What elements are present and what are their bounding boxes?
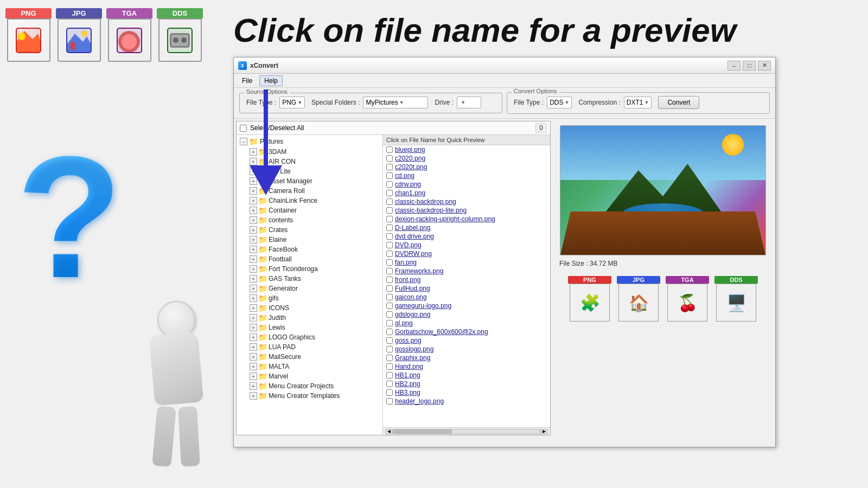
file-checkbox[interactable] [386, 172, 393, 179]
tree-expander[interactable]: + [250, 363, 257, 370]
file-name[interactable]: Gorbatschow_600x600@2x.png [395, 328, 488, 336]
tree-item[interactable]: + 📁 gifs [248, 293, 380, 303]
list-item[interactable]: Gorbatschow_600x600@2x.png [383, 328, 550, 336]
tree-item[interactable]: + 📁 LUA PAD [248, 342, 380, 352]
file-name[interactable]: D-Label.png [395, 224, 430, 232]
tree-expander[interactable]: + [250, 255, 257, 263]
file-name[interactable]: gl.png [395, 319, 413, 327]
tree-expander[interactable]: + [250, 343, 257, 351]
file-checkbox[interactable] [386, 329, 393, 335]
tree-item[interactable]: + 📁 MailSecure [248, 352, 380, 362]
file-checkbox[interactable] [386, 251, 393, 257]
window-controls[interactable]: – □ ✕ [727, 61, 771, 70]
tree-panel[interactable]: – 📁 Pictures + 📁 3DAM + 📁 AIR CON + 📁 AM… [237, 135, 383, 435]
file-checkbox[interactable] [386, 233, 393, 240]
file-name[interactable]: goss.png [395, 337, 422, 344]
tree-expander[interactable]: + [250, 168, 257, 175]
tree-expander[interactable]: + [250, 275, 257, 282]
tree-expander[interactable]: + [250, 382, 257, 390]
file-checkbox[interactable] [386, 398, 393, 404]
file-checkbox[interactable] [386, 294, 393, 300]
tree-expander[interactable]: + [250, 207, 257, 214]
list-item[interactable]: HB2.png [383, 380, 550, 388]
file-checkbox[interactable] [386, 303, 393, 309]
list-item[interactable]: gameguru-logo.png [383, 301, 550, 310]
tree-expander[interactable]: + [250, 373, 257, 380]
tree-item[interactable]: + 📁 GAS Tanks [248, 274, 380, 284]
list-item[interactable]: bluepi.png [383, 145, 550, 154]
list-item[interactable]: gl.png [383, 319, 550, 328]
tree-item[interactable]: + 📁 AM Lite [248, 166, 380, 176]
tree-expander[interactable]: + [250, 216, 257, 224]
tree-expander[interactable]: + [250, 265, 257, 273]
menu-file[interactable]: File [237, 75, 257, 86]
file-name[interactable]: c2020.png [395, 155, 425, 162]
tree-item[interactable]: + 📁 Judith [248, 313, 380, 323]
tree-item[interactable]: + 📁 ICONS [248, 303, 380, 313]
list-item[interactable]: chan1.png [383, 189, 550, 197]
file-name[interactable]: Frameworks.png [395, 267, 443, 275]
file-name[interactable]: HB3.png [395, 389, 420, 396]
file-checkbox[interactable] [386, 155, 393, 162]
list-item[interactable]: D-Label.png [383, 223, 550, 232]
hscroll-right-btn[interactable]: ▶ [540, 429, 548, 434]
list-item[interactable]: c2020.png [383, 154, 550, 163]
file-name[interactable]: chan1.png [395, 189, 425, 197]
maximize-button[interactable]: □ [743, 61, 756, 70]
file-checkbox[interactable] [386, 320, 393, 326]
tree-expander[interactable]: + [250, 158, 257, 165]
list-item[interactable]: cd.png [383, 171, 550, 180]
list-item[interactable]: goss.png [383, 336, 550, 345]
tree-item[interactable]: + 📁 Lewis [248, 323, 380, 332]
file-checkbox[interactable] [386, 372, 393, 378]
compression-select[interactable]: DXT1 ▼ [624, 97, 652, 108]
tree-expander[interactable]: + [250, 304, 257, 312]
file-name[interactable]: DVD.png [395, 241, 422, 249]
list-item[interactable]: gdslogo.png [383, 310, 550, 319]
file-name[interactable]: DVDRW.png [395, 250, 432, 258]
tree-item[interactable]: + 📁 3DAM [248, 147, 380, 157]
menu-help[interactable]: Help [259, 75, 283, 86]
file-checkbox[interactable] [386, 216, 393, 222]
tree-item[interactable]: + 📁 LOGO Graphics [248, 332, 380, 342]
tree-expander[interactable]: + [250, 187, 257, 195]
file-checkbox[interactable] [386, 381, 393, 387]
file-name[interactable]: Hand.png [395, 363, 423, 370]
tree-item[interactable]: + 📁 Camera Roll [248, 186, 380, 196]
tree-item[interactable]: + 📁 Football [248, 254, 380, 264]
list-item[interactable]: FullHud.png [383, 284, 550, 293]
list-item[interactable]: Frameworks.png [383, 267, 550, 275]
list-item[interactable]: classic-backdrop-lite.png [383, 206, 550, 215]
list-item[interactable]: fan.png [383, 258, 550, 267]
file-name[interactable]: HB1.png [395, 371, 420, 379]
tree-expander[interactable]: + [250, 197, 257, 204]
file-name[interactable]: Graphix.png [395, 354, 430, 362]
file-name[interactable]: cd.png [395, 172, 414, 179]
file-name[interactable]: c2020t.png [395, 163, 427, 171]
tree-item[interactable]: + 📁 Asset Manager [248, 176, 380, 186]
file-checkbox[interactable] [386, 164, 393, 170]
tree-item[interactable]: + 📁 AIR CON [248, 157, 380, 166]
source-file-type-select[interactable]: PNG ▼ [279, 97, 305, 108]
file-checkbox[interactable] [386, 190, 393, 196]
tree-item[interactable]: + 📁 Crates [248, 225, 380, 235]
filelist-hscroll[interactable]: ◀ ▶ [383, 427, 550, 435]
file-name[interactable]: classic-backdrop-lite.png [395, 207, 467, 214]
file-name[interactable]: gosslogo.png [395, 345, 433, 353]
tree-expander[interactable]: + [250, 236, 257, 243]
file-name[interactable]: bluepi.png [395, 146, 425, 153]
file-checkbox[interactable] [386, 363, 393, 370]
file-name[interactable]: HB2.png [395, 380, 420, 388]
list-item[interactable]: header_logo.png [383, 397, 550, 406]
tree-expander[interactable]: + [250, 226, 257, 234]
filelist-panel[interactable]: bluepi.png c2020.png c2020t.png cd.png c… [383, 145, 550, 427]
file-checkbox[interactable] [386, 198, 393, 205]
tree-expander[interactable]: + [250, 246, 257, 253]
file-name[interactable]: gdslogo.png [395, 311, 430, 318]
list-item[interactable]: Graphix.png [383, 354, 550, 362]
tree-item[interactable]: + 📁 Menu Creator Projects [248, 381, 380, 391]
list-item[interactable]: gaicon.png [383, 293, 550, 301]
tree-item[interactable]: + 📁 FaceBook [248, 245, 380, 254]
file-checkbox[interactable] [386, 259, 393, 266]
special-folders-select[interactable]: MyPictures ▼ [363, 97, 428, 108]
